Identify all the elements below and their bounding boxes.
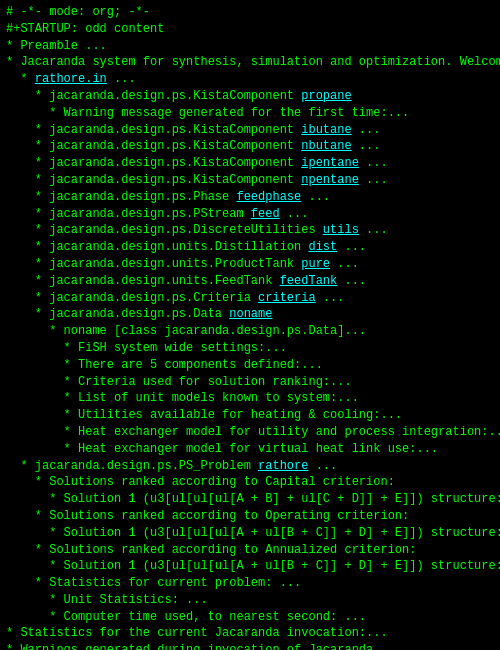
line-warnings: * Warnings generated during invocation o… (6, 642, 494, 650)
line-kista-npentane: * jacaranda.design.ps.KistaComponent npe… (6, 172, 494, 189)
feed-link[interactable]: feed (251, 207, 280, 221)
ibutane-link[interactable]: ibutane (301, 123, 351, 137)
line-fish-settings: * FiSH system wide settings:... (6, 340, 494, 357)
line-annualized-criterion: * Solutions ranked according to Annualiz… (6, 542, 494, 559)
line-warning-first-time: * Warning message generated for the firs… (6, 105, 494, 122)
line-preamble: * Preamble ... (6, 38, 494, 55)
nbutane-link[interactable]: nbutane (301, 139, 351, 153)
line-phase-feedphase: * jacaranda.design.ps.Phase feedphase ..… (6, 189, 494, 206)
line-heat-exchanger-virtual: * Heat exchanger model for virtual heat … (6, 441, 494, 458)
line-utilities-heating: * Utilities available for heating & cool… (6, 407, 494, 424)
line-noname-class: * noname [class jacaranda.design.ps.Data… (6, 323, 494, 340)
line-capital-criterion: * Solutions ranked according to Capital … (6, 474, 494, 491)
line-distillation-dist: * jacaranda.design.units.Distillation di… (6, 239, 494, 256)
line-solution-1-capital: * Solution 1 (u3[ul[ul[ul[A + B] + ul[C … (6, 491, 494, 508)
line-unit-models: * List of unit models known to system:..… (6, 390, 494, 407)
line-kista-nbutane: * jacaranda.design.ps.KistaComponent nbu… (6, 138, 494, 155)
line-pstream-feed: * jacaranda.design.ps.PStream feed ... (6, 206, 494, 223)
line-unit-statistics: * Unit Statistics: ... (6, 592, 494, 609)
line-kista-ibutane: * jacaranda.design.ps.KistaComponent ibu… (6, 122, 494, 139)
line-jacaranda-welcome: * Jacaranda system for synthesis, simula… (6, 54, 494, 71)
line-operating-criterion: * Solutions ranked according to Operatin… (6, 508, 494, 525)
terminal-window[interactable]: # -*- mode: org; -*- #+STARTUP: odd cont… (0, 0, 500, 650)
line-data-noname: * jacaranda.design.ps.Data noname (6, 306, 494, 323)
line-solution-1-operating: * Solution 1 (u3[ul[ul[ul[A + ul[B + C]]… (6, 525, 494, 542)
line-components-defined: * There are 5 components defined:... (6, 357, 494, 374)
line-rathore: * rathore.in ... (6, 71, 494, 88)
noname-link[interactable]: noname (229, 307, 272, 321)
rathore-in-link[interactable]: rathore.in (35, 72, 107, 86)
line-solution-1-annualized: * Solution 1 (u3[ul[ul[ul[A + ul[B + C]]… (6, 558, 494, 575)
line-feedtank: * jacaranda.design.units.FeedTank feedTa… (6, 273, 494, 290)
ipentane-link[interactable]: ipentane (301, 156, 359, 170)
line-startup-comment: #+STARTUP: odd content (6, 21, 494, 38)
line-kista-ipentane: * jacaranda.design.ps.KistaComponent ipe… (6, 155, 494, 172)
line-kista-propane: * jacaranda.design.ps.KistaComponent pro… (6, 88, 494, 105)
line-criteria-ranking: * Criteria used for solution ranking:... (6, 374, 494, 391)
feedphase-link[interactable]: feedphase (236, 190, 301, 204)
propane-link[interactable]: propane (301, 89, 351, 103)
line-ps-problem-rathore: * jacaranda.design.ps.PS_Problem rathore… (6, 458, 494, 475)
line-producttank-pure: * jacaranda.design.units.ProductTank pur… (6, 256, 494, 273)
pure-link[interactable]: pure (301, 257, 330, 271)
feedtank-link[interactable]: feedTank (280, 274, 338, 288)
line-computer-time: * Computer time used, to nearest second:… (6, 609, 494, 626)
utils-link[interactable]: utils (323, 223, 359, 237)
line-discrete-utils: * jacaranda.design.ps.DiscreteUtilities … (6, 222, 494, 239)
line-statistics-problem: * Statistics for current problem: ... (6, 575, 494, 592)
criteria-link[interactable]: criteria (258, 291, 316, 305)
line-mode-comment: # -*- mode: org; -*- (6, 4, 494, 21)
line-jacaranda-invocation: * Statistics for the current Jacaranda i… (6, 625, 494, 642)
line-heat-exchanger-utility: * Heat exchanger model for utility and p… (6, 424, 494, 441)
rathore-link[interactable]: rathore (258, 459, 308, 473)
line-criteria: * jacaranda.design.ps.Criteria criteria … (6, 290, 494, 307)
dist-link[interactable]: dist (308, 240, 337, 254)
npentane-link[interactable]: npentane (301, 173, 359, 187)
